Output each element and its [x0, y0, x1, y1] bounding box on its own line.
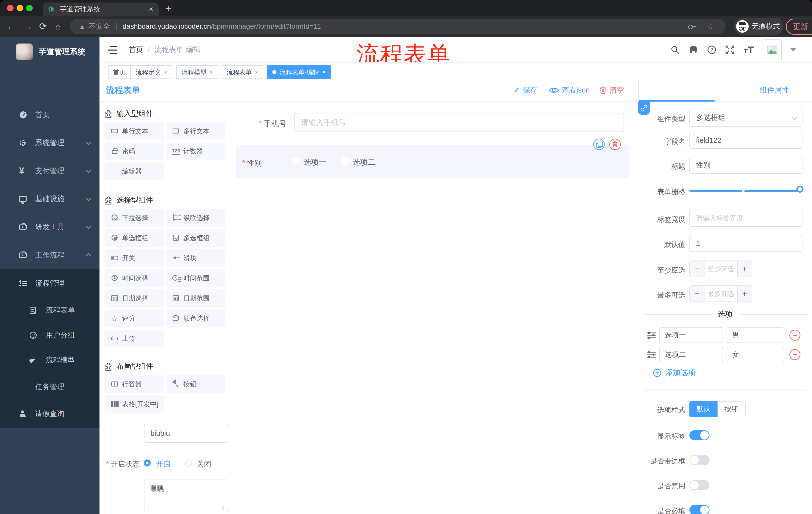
browser-tab[interactable]: 芋道管理系统 ×: [43, 2, 159, 16]
palette-item-upload[interactable]: 上传: [105, 330, 164, 347]
breadcrumb-home[interactable]: 首页: [128, 45, 143, 55]
tab-component-props[interactable]: 组件属性: [752, 85, 797, 95]
palette-item-password[interactable]: 密码: [105, 142, 164, 160]
close-icon[interactable]: ×: [255, 69, 258, 76]
title-input[interactable]: [689, 157, 803, 174]
delete-component-button[interactable]: [609, 139, 621, 150]
status-on-label[interactable]: 开启: [156, 459, 170, 469]
chrome-update-button[interactable]: 更新⋮: [786, 19, 812, 35]
palette-item-checkbox-group[interactable]: 多选框组: [166, 229, 225, 247]
remove-option-button[interactable]: [789, 330, 801, 341]
close-icon[interactable]: ×: [209, 69, 213, 76]
search-icon[interactable]: [670, 45, 680, 55]
remove-option-button[interactable]: [789, 349, 801, 360]
avatar[interactable]: [763, 39, 782, 60]
sidebar-item-process-model[interactable]: 流程模型: [0, 348, 99, 373]
palette-item-table[interactable]: 表格[开发中]: [105, 395, 164, 413]
min-select-input[interactable]: 至少应选: [704, 261, 737, 277]
window-zoom-button[interactable]: [26, 5, 33, 11]
home-icon[interactable]: ⌂: [55, 21, 61, 32]
sidebar-item-devtools[interactable]: 研发工具: [0, 213, 99, 241]
label-width-input[interactable]: [689, 210, 803, 227]
app-logo-row[interactable]: 芋道管理系统: [0, 40, 99, 64]
palette-item-slider[interactable]: 滑块: [166, 249, 225, 267]
option-2-label-input[interactable]: [659, 347, 723, 362]
window-close-button[interactable]: [7, 5, 13, 11]
sidebar-item-system[interactable]: 系统管理: [0, 129, 99, 157]
minus-button[interactable]: −: [690, 261, 704, 277]
max-select-stepper[interactable]: − 最多可选 +: [689, 286, 752, 302]
sidebar-item-infra[interactable]: 基础设施: [0, 185, 99, 213]
palette-item-editor[interactable]: 编辑器: [105, 162, 164, 180]
style-button-button[interactable]: 按钮: [718, 401, 746, 417]
with-border-switch[interactable]: [689, 455, 709, 465]
palette-item-radio-group[interactable]: 单选框组: [105, 229, 164, 247]
new-tab-button[interactable]: +: [165, 3, 171, 14]
window-minimize-button[interactable]: [17, 5, 23, 11]
selected-component-block[interactable]: *性别 选项一 选项二: [236, 145, 629, 178]
password-key-icon[interactable]: [688, 25, 696, 28]
tab-close-icon[interactable]: ×: [149, 5, 153, 13]
slider-handle[interactable]: [796, 186, 804, 193]
sidebar-item-process-form[interactable]: 流程表单: [0, 298, 99, 323]
palette-item-rate[interactable]: ☆评分: [105, 309, 164, 327]
palette-item-row-container[interactable]: 行容器: [105, 375, 164, 393]
save-button[interactable]: ✓ 保存: [514, 79, 537, 101]
minus-button[interactable]: −: [690, 286, 704, 301]
close-icon[interactable]: ×: [164, 69, 167, 76]
max-select-input[interactable]: 最多可选: [704, 286, 737, 301]
tag-process-model[interactable]: 流程模型×: [176, 65, 218, 79]
sidebar-item-home[interactable]: 首页: [0, 101, 99, 129]
phone-input[interactable]: [294, 113, 624, 132]
plus-button[interactable]: +: [737, 261, 752, 277]
required-switch[interactable]: [689, 505, 709, 514]
tag-process-form[interactable]: 流程表单×: [222, 65, 263, 79]
view-json-button[interactable]: 查看json: [549, 79, 590, 101]
radio-off[interactable]: [185, 459, 192, 466]
sidebar-item-task-mgmt[interactable]: 任务管理: [0, 374, 99, 400]
sidebar-item-process-mgmt[interactable]: 流程管理: [0, 271, 99, 296]
component-type-select[interactable]: 多选框组: [689, 109, 803, 127]
back-icon[interactable]: ←: [7, 21, 16, 32]
option-1-label-input[interactable]: [659, 327, 723, 343]
add-option-button[interactable]: 添加选项: [653, 368, 695, 378]
palette-item-single-line-text[interactable]: 单行文本: [105, 122, 164, 140]
palette-item-date-range[interactable]: 日期范围: [166, 290, 225, 307]
form-canvas[interactable]: *手机号 *性别 选项一 选项二: [230, 102, 638, 514]
option-1-value-input[interactable]: [727, 327, 784, 343]
copy-component-button[interactable]: [593, 139, 605, 150]
option-2-value-input[interactable]: [727, 347, 784, 362]
sidebar-item-workflow[interactable]: 工作流程: [0, 241, 99, 269]
tag-home[interactable]: 首页: [108, 65, 130, 79]
disabled-switch[interactable]: [689, 480, 709, 490]
sidebar-item-payment[interactable]: ¥ 支付管理: [0, 157, 99, 185]
address-bar[interactable]: ▲ 不安全 dashboard.yudao.iocoder.cn/bpm/man…: [70, 19, 726, 34]
form-name-input[interactable]: [144, 424, 228, 443]
clear-button[interactable]: 清空: [600, 79, 624, 101]
show-label-switch[interactable]: [689, 430, 709, 440]
sidebar-item-user-group[interactable]: 用户分组: [0, 323, 99, 348]
help-icon[interactable]: ?: [707, 45, 717, 55]
palette-item-button[interactable]: 按钮: [166, 375, 225, 393]
radio-on[interactable]: [144, 459, 151, 466]
checkbox-option-1[interactable]: [292, 157, 300, 165]
drag-handle-icon[interactable]: [647, 351, 656, 358]
palette-item-date-picker[interactable]: 日期选择: [105, 290, 164, 307]
bookmark-star-icon[interactable]: ☆: [707, 22, 714, 31]
github-icon[interactable]: [688, 45, 698, 55]
tag-process-definition[interactable]: 流程定义×: [130, 65, 172, 79]
grid-slider[interactable]: [689, 190, 803, 192]
font-size-icon[interactable]: [743, 45, 754, 55]
checkbox-option-2[interactable]: [341, 157, 349, 165]
drag-handle-icon[interactable]: [647, 332, 656, 339]
forward-icon[interactable]: →: [23, 21, 32, 32]
min-select-stepper[interactable]: − 至少应选 +: [689, 261, 752, 277]
status-off-label[interactable]: 关闭: [197, 459, 211, 469]
palette-item-color-picker[interactable]: 颜色选择: [166, 309, 225, 327]
remark-textarea[interactable]: 嘿嘿: [144, 480, 228, 512]
reload-icon[interactable]: ⟳: [39, 21, 47, 32]
palette-item-time-picker[interactable]: 时间选择: [105, 269, 164, 287]
palette-item-time-range[interactable]: 时间范围: [166, 269, 225, 287]
palette-item-multi-line-text[interactable]: 多行文本: [166, 122, 225, 140]
plus-button[interactable]: +: [737, 286, 752, 301]
